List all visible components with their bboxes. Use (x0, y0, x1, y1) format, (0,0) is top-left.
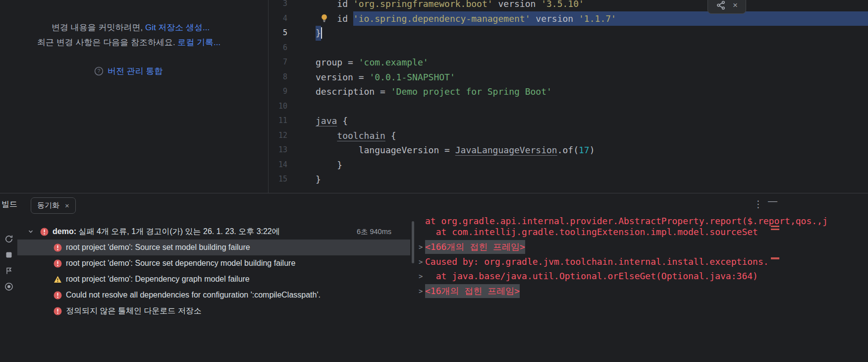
code-token: 'Demo project for Spring Boot' (391, 84, 552, 99)
more-options-icon[interactable]: ⋮ (754, 198, 763, 210)
build-tree-row[interactable]: 정의되지 않은 툴체인 다운로드 저장소 (17, 303, 410, 319)
build-tree-row[interactable]: root project 'demo': Source set model bu… (17, 240, 410, 255)
code-line[interactable]: 13 languageVersion = JavaLanguageVersion… (269, 143, 868, 158)
error-icon (40, 228, 49, 236)
close-icon[interactable]: × (733, 1, 738, 9)
minimize-icon[interactable]: — (768, 195, 777, 206)
line-number: 13 (269, 143, 287, 158)
code-text (316, 41, 868, 56)
preview-icon[interactable] (4, 282, 14, 292)
code-line[interactable]: 5} (269, 26, 868, 41)
code-token: JavaLanguageVersion (455, 143, 557, 158)
build-tree-row[interactable]: root project 'demo': Source set dependen… (17, 255, 410, 271)
chevron-down-icon[interactable] (27, 228, 34, 235)
code-line[interactable]: 11java { (269, 114, 868, 128)
code-text: id 'org.springframework.boot' version '3… (316, 0, 868, 11)
error-icon (54, 259, 62, 268)
build-console[interactable]: at org.gradle.api.internal.provider.Abst… (419, 217, 868, 362)
vcs-integration-link[interactable]: 버전 관리 통합 (108, 65, 163, 77)
error-stripe-mark (771, 229, 779, 230)
console-line[interactable]: ><16개의 접힌 프레임> (419, 284, 520, 299)
build-message: 정의되지 않은 툴체인 다운로드 저장소 (66, 306, 202, 316)
build-content: demo: 실패 4개 오류, 1개 경고이(가) 있는 26. 1. 23. … (0, 217, 868, 362)
build-message: root project 'demo': Source set dependen… (66, 259, 295, 268)
flag-icon[interactable] (4, 266, 14, 276)
build-duration: 6초 940ms (357, 227, 391, 237)
code-line[interactable]: 4 id 'io.spring.dependency-management' v… (269, 11, 868, 26)
code-token: '1.1.7' (579, 11, 616, 26)
line-number: 5 (269, 26, 287, 41)
code-text: } (316, 172, 868, 187)
code-token: { (385, 128, 396, 143)
code-line[interactable]: 15} (269, 172, 868, 187)
stop-icon[interactable] (4, 250, 14, 260)
local-history-link[interactable]: 로컬 기록... (177, 38, 220, 47)
code-token: version = (316, 70, 369, 85)
build-stripe-label[interactable]: 빌드 (1, 199, 17, 210)
close-icon[interactable]: × (65, 202, 69, 209)
code-token: 'com.example' (359, 55, 429, 70)
console-line[interactable]: > at java.base/java.util.Optional.orElse… (419, 269, 758, 284)
build-tree-row[interactable]: demo: 실패 4개 오류, 1개 경고이(가) 있는 26. 1. 23. … (17, 224, 410, 240)
line-number: 10 (269, 99, 287, 114)
console-line[interactable]: at com.intellij.gradle.toolingExtension.… (419, 225, 758, 240)
console-line[interactable]: >Caused by: org.gradle.jvm.toolchain.int… (419, 254, 769, 269)
code-token: 'io.spring.dependency-management' (353, 11, 531, 26)
fold-chevron-icon[interactable]: > (419, 254, 425, 269)
sync-icon[interactable] (4, 234, 14, 244)
intention-bulb-icon[interactable] (320, 14, 328, 22)
local-history-hint-text: 최근 변경 사항은 다음을 참조하세요. (37, 38, 177, 47)
code-line[interactable]: 9description = 'Demo project for Spring … (269, 84, 868, 99)
intellij-window: 변경 내용을 커밋하려면, Git 저장소 생성... 최근 변경 사항은 다음… (0, 0, 868, 362)
code-token: 'org.springframework.boot' (353, 0, 493, 11)
reload-gradle-icon[interactable] (716, 0, 726, 10)
code-token: ) (590, 143, 595, 158)
top-section: 변경 내용을 커밋하려면, Git 저장소 생성... 최근 변경 사항은 다음… (0, 0, 868, 193)
gradle-build-editor[interactable]: 3 id 'org.springframework.boot' version … (269, 0, 868, 193)
code-line[interactable]: 7group = 'com.example' (269, 55, 868, 70)
line-number: 3 (269, 0, 287, 11)
build-tree-row[interactable]: root project 'demo': Dependency graph mo… (17, 271, 410, 287)
console-text: <166개의 접힌 프레임> (425, 240, 525, 254)
code-line[interactable]: 3 id 'org.springframework.boot' version … (269, 0, 868, 11)
code-token: } (316, 172, 321, 187)
text-caret (321, 27, 322, 39)
warning-icon (54, 275, 62, 284)
fold-chevron-icon[interactable]: > (419, 240, 425, 254)
commit-hint-line1: 변경 내용을 커밋하려면, Git 저장소 생성... (52, 22, 210, 33)
fold-chevron-icon[interactable]: > (419, 269, 425, 284)
code-token: 17 (579, 143, 590, 158)
code-token: .of( (557, 143, 579, 158)
vcs-integration-row[interactable]: ? 버전 관리 통합 (94, 65, 163, 77)
code-line[interactable]: 8version = '0.0.1-SNAPSHOT' (269, 70, 868, 85)
line-number: 14 (269, 158, 287, 173)
code-token: { (337, 114, 348, 128)
fold-chevron-icon[interactable]: > (419, 284, 425, 299)
line-number: 8 (269, 70, 287, 85)
code-token: id (316, 0, 353, 11)
build-message: demo: 실패 4개 오류, 1개 경고이(가) 있는 26. 1. 23. … (53, 227, 280, 237)
code-text: java { (316, 114, 868, 128)
error-icon (54, 291, 62, 300)
build-tree-row[interactable]: Could not resolve all dependencies for c… (17, 287, 410, 303)
line-number: 4 (269, 11, 287, 26)
console-line[interactable]: ><166개의 접힌 프레임> (419, 240, 525, 254)
tab-sync[interactable]: 동기화 × (31, 197, 76, 214)
code-line[interactable]: 6 (269, 41, 868, 56)
code-line[interactable]: 14 } (269, 158, 868, 173)
tree-scrollbar[interactable] (412, 221, 414, 263)
code-line[interactable]: 10 (269, 99, 868, 114)
code-token: languageVersion = (316, 143, 455, 158)
line-number: 15 (269, 172, 287, 187)
tab-sync-label: 동기화 (37, 201, 59, 210)
code-line[interactable]: 12 toolchain { (269, 128, 868, 143)
console-text: Caused by: org.gradle.jvm.toolchain.inte… (425, 255, 769, 269)
line-number: 7 (269, 55, 287, 70)
code-text: description = 'Demo project for Spring B… (316, 84, 868, 99)
error-stripe-mark (771, 226, 779, 227)
code-text: } (316, 158, 868, 173)
create-git-repo-link[interactable]: Git 저장소 생성... (145, 23, 210, 32)
code-area: 3 id 'org.springframework.boot' version … (269, 0, 868, 187)
svg-text:?: ? (98, 68, 101, 74)
code-text: id 'io.spring.dependency-management' ver… (316, 11, 868, 26)
